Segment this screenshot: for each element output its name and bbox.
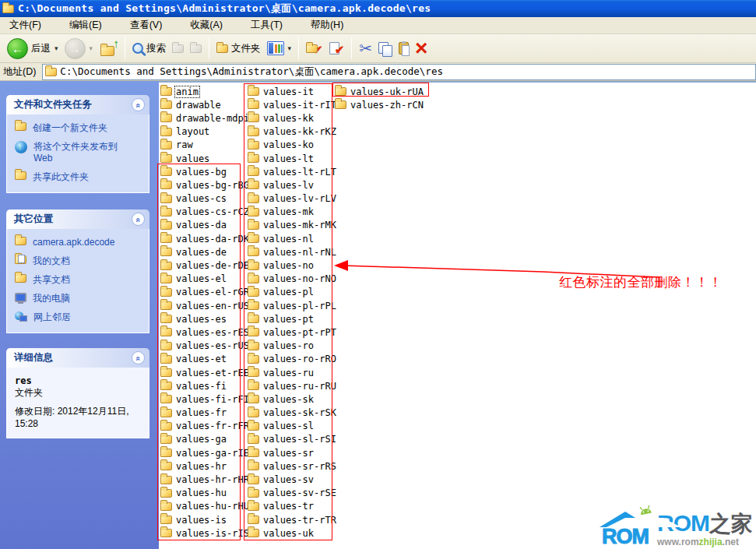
address-path: C:\Documents and Settings\Administrator\… (60, 65, 443, 79)
folder-item-label: values (175, 153, 210, 164)
details-panel-header[interactable]: 详细信息 « (6, 348, 149, 368)
menu-edit[interactable]: 编辑(E) (62, 16, 110, 34)
file-list-area: animdrawabledrawable-mdpilayoutrawvalues… (159, 81, 756, 549)
scissors-icon: ✂ (359, 40, 372, 56)
menu-favorites[interactable]: 收藏(A) (182, 16, 230, 34)
details-name: res (15, 375, 144, 386)
menu-view[interactable]: 查看(V) (122, 16, 171, 34)
toolbar-separator (125, 37, 125, 59)
place-label: 共享文档 (33, 274, 70, 286)
address-input[interactable]: C:\Documents and Settings\Administrator\… (42, 64, 756, 80)
folder-item[interactable]: drawable-mdpi (160, 111, 243, 125)
task-publish-web[interactable]: 将这个文件夹发布到 Web (15, 141, 144, 164)
folders-button[interactable]: 文件夹 (213, 40, 264, 57)
place-network[interactable]: 网上邻居 (15, 311, 144, 323)
task-label: 共享此文件夹 (33, 171, 89, 183)
chevron-up-icon[interactable]: « (132, 213, 145, 226)
search-button[interactable]: 搜索 (129, 40, 169, 57)
folder-icon (160, 141, 172, 150)
views-button[interactable]: ▾ (264, 40, 295, 57)
details-panel: 详细信息 « res 文件夹 修改日期: 2012年12月11日, 15:28 (6, 348, 149, 438)
place-label: 我的电脑 (33, 293, 70, 304)
folder-item[interactable]: raw (160, 139, 243, 152)
forward-icon: → (65, 38, 86, 59)
views-icon (267, 41, 284, 55)
place-my-computer[interactable]: 我的电脑 (15, 293, 144, 304)
title-bar: C:\Documents and Settings\Administrator\… (0, 0, 756, 17)
doc-check-button[interactable]: ✔ (326, 38, 348, 58)
red-box-column2 (244, 83, 332, 540)
details-modified: 修改日期: 2012年12月11日, 15:28 (15, 406, 144, 430)
red-check-icon: ✔ (335, 43, 345, 57)
paste-button[interactable] (396, 40, 412, 56)
back-dropdown-caret[interactable]: ▾ (55, 44, 58, 52)
window-folder-icon (2, 5, 14, 13)
toolbar-separator (351, 37, 352, 59)
place-label: 网上邻居 (33, 311, 71, 323)
search-label: 搜索 (146, 42, 166, 55)
place-label: camera.apk.decode (33, 237, 114, 248)
tasks-panel-body: 创建一个新文件夹 将这个文件夹发布到 Web 共享此文件夹 (6, 114, 149, 193)
red-box-column1 (157, 164, 241, 540)
copy-icon (378, 42, 392, 55)
place-label: 我的文档 (33, 255, 70, 267)
places-panel-title: 其它位置 (14, 213, 53, 226)
folder-icon (160, 154, 172, 163)
places-panel: 其它位置 « camera.apk.decode 我的文档 共享文档 (6, 209, 149, 333)
back-button[interactable]: ← 后退 ▾ (4, 37, 62, 61)
delete-button[interactable]: × (412, 39, 431, 58)
tasks-panel: 文件和文件夹任务 « 创建一个新文件夹 将这个文件夹发布到 Web 共享此文件夹 (6, 95, 149, 193)
chevron-up-icon[interactable]: « (132, 98, 145, 111)
share-folder-icon (15, 171, 26, 180)
details-type: 文件夹 (15, 386, 144, 399)
delete-x-icon: × (415, 40, 427, 56)
folders-label: 文件夹 (231, 42, 261, 55)
up-folder-icon: ↑ (99, 40, 118, 57)
back-icon: ← (7, 38, 28, 59)
folder-icon (160, 114, 172, 122)
annotation-text: 红色标注的全部删除！！！ (559, 273, 723, 291)
toolbar-separator (298, 37, 299, 59)
move-to-button[interactable] (169, 43, 187, 55)
forward-button[interactable]: → ▾ (62, 37, 97, 61)
my-documents-icon (15, 255, 26, 264)
toolbar-separator (209, 37, 209, 59)
folder-icon (160, 100, 172, 109)
task-share-folder[interactable]: 共享此文件夹 (15, 171, 144, 183)
romzhijia-watermark: ROM ROM之家 www.romzhijia.net (600, 512, 753, 547)
menu-help[interactable]: 帮助(H) (303, 16, 351, 34)
copy-to-button[interactable] (187, 43, 205, 55)
views-dropdown-caret[interactable]: ▾ (288, 44, 292, 52)
place-parent-folder[interactable]: camera.apk.decode (15, 237, 144, 248)
folder-item[interactable]: values-zh-rCN (335, 98, 430, 111)
address-label: 地址(D) (0, 65, 42, 79)
publish-web-icon (15, 141, 27, 153)
folder-item-label: raw (175, 139, 194, 150)
chevron-up-icon[interactable]: « (132, 351, 145, 364)
copy-button[interactable] (375, 40, 396, 57)
toolbar: ← 后退 ▾ → ▾ ↑ 搜索 文件夹 ▾ (0, 34, 756, 63)
menu-file[interactable]: 文件(F) (2, 16, 49, 34)
android-robot-icon (636, 502, 656, 518)
tasks-panel-header[interactable]: 文件和文件夹任务 « (6, 95, 149, 114)
place-my-documents[interactable]: 我的文档 (15, 255, 144, 267)
new-folder-icon (15, 122, 26, 131)
places-panel-header[interactable]: 其它位置 « (6, 209, 149, 229)
content-top-border (159, 81, 756, 83)
task-create-folder[interactable]: 创建一个新文件夹 (15, 122, 144, 134)
up-button[interactable]: ↑ (96, 38, 121, 58)
brand-url: www.romzhijia.net (657, 537, 753, 547)
folder-item[interactable]: anim (160, 85, 243, 98)
folder-item-label: anim (175, 86, 199, 97)
address-folder-icon (45, 68, 57, 76)
folder-item[interactable]: layout (160, 125, 243, 139)
place-shared-documents[interactable]: 共享文档 (15, 274, 144, 286)
folder-sync-button[interactable]: ✔ (303, 38, 326, 58)
folder-item[interactable]: drawable (160, 98, 243, 111)
sidebar: 文件和文件夹任务 « 创建一个新文件夹 将这个文件夹发布到 Web 共享此文件夹 (0, 81, 159, 549)
menu-tools[interactable]: 工具(T) (243, 16, 290, 34)
folder-icon (160, 128, 172, 136)
details-panel-body: res 文件夹 修改日期: 2012年12月11日, 15:28 (6, 368, 149, 438)
folder-item-label: values-zh-rCN (350, 100, 424, 111)
cut-button[interactable]: ✂ (356, 39, 375, 58)
